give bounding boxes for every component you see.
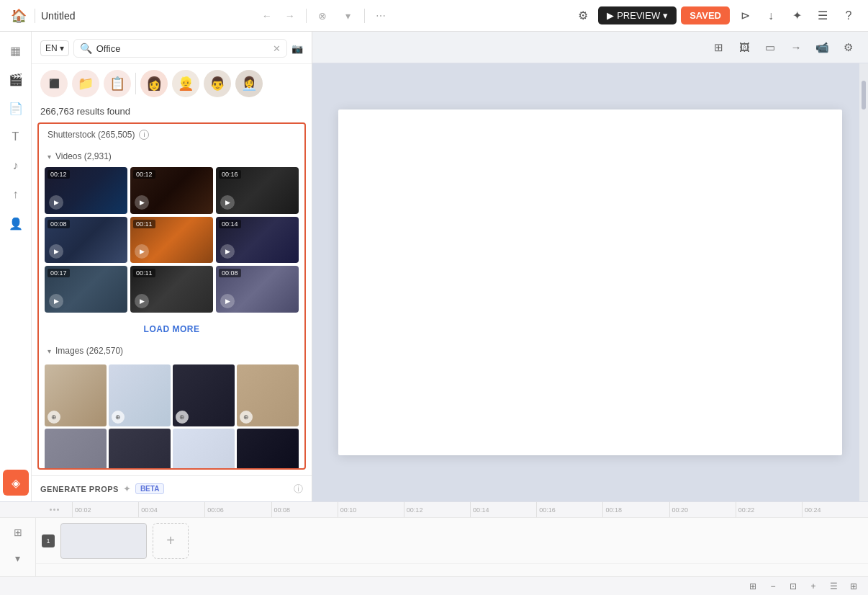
video-duration-6: 00:14 <box>219 220 241 228</box>
timeline-grid-btn[interactable]: ⊞ <box>744 578 761 595</box>
video-play-9[interactable]: ▶ <box>220 294 235 308</box>
filter-all[interactable]: ⬛ <box>40 70 68 97</box>
magic-icon[interactable]: ✦ <box>786 5 808 27</box>
sidebar-templates[interactable]: ▦ <box>3 37 29 63</box>
filter-person-4[interactable]: 👩‍💼 <box>235 70 263 97</box>
search-input[interactable] <box>96 43 268 54</box>
view-toggle-icon[interactable]: ☰ <box>812 5 833 27</box>
preview-chevron-icon: ▾ <box>663 10 668 21</box>
video-thumb-1[interactable]: 00:12 ▶ <box>45 167 127 214</box>
language-select[interactable]: EN ▾ <box>40 40 69 56</box>
sidebar-person[interactable]: 👤 <box>3 210 29 236</box>
video-thumb-4[interactable]: 00:08 ▶ <box>45 217 127 264</box>
add-clip-button[interactable]: + <box>153 523 189 559</box>
camera-search-icon[interactable]: 📷 <box>291 43 303 54</box>
timeline-zoom-in[interactable]: + <box>805 578 822 595</box>
image-zoom-2[interactable]: ⊕ <box>112 411 125 424</box>
home-button[interactable]: 🏠 <box>9 6 29 26</box>
video-thumb-8[interactable]: 00:11 ▶ <box>130 266 213 313</box>
load-more-button[interactable]: LOAD MORE <box>45 318 299 340</box>
settings-icon[interactable]: ⚙ <box>572 5 594 27</box>
video-play-1[interactable]: ▶ <box>49 195 63 210</box>
ruler-00:08: 00:08 <box>271 502 338 518</box>
divider-2 <box>364 9 365 23</box>
layers-dropdown[interactable]: ▾ <box>338 6 358 26</box>
video-play-8[interactable]: ▶ <box>135 294 149 308</box>
more-options-button[interactable]: ⋯ <box>371 6 391 26</box>
images-section-header[interactable]: ▾ Images (262,570) <box>45 340 299 362</box>
image-thumb-8[interactable]: ⊕ <box>237 429 299 470</box>
sidebar-brand[interactable]: ◈ <box>3 470 29 496</box>
generate-info-icon[interactable]: ⓘ <box>294 483 303 496</box>
canvas-main: ‹ <box>312 63 868 501</box>
ruler-00:22: 00:22 <box>736 502 802 518</box>
grid-view-icon[interactable]: ⊞ <box>707 36 730 59</box>
image-thumb-3[interactable]: ⊕ <box>173 364 235 426</box>
video-play-3[interactable]: ▶ <box>220 195 235 210</box>
help-icon[interactable]: ? <box>838 5 859 27</box>
search-icon: 🔍 <box>80 42 92 54</box>
timeline-list-view[interactable]: ☰ <box>825 578 842 595</box>
timeline-tile-view[interactable]: ⊞ <box>845 578 862 595</box>
timeline-fit[interactable]: ⊡ <box>785 578 802 595</box>
image-zoom-1[interactable]: ⊕ <box>48 411 60 424</box>
redo-button[interactable]: → <box>280 6 300 26</box>
clear-search-icon[interactable]: ✕ <box>273 43 281 54</box>
layers-button[interactable]: ⊗ <box>312 6 333 26</box>
timeline-zoom-out[interactable]: − <box>764 578 782 595</box>
filter-person-1[interactable]: 👩 <box>140 70 168 97</box>
ruler-00:02: 00:02 <box>72 502 138 518</box>
sidebar-text[interactable]: T <box>3 124 29 150</box>
image-thumb-2[interactable]: ⊕ <box>109 364 171 426</box>
image-zoom-3[interactable]: ⊕ <box>176 411 189 424</box>
topbar: 🏠 Untitled ← → ⊗ ▾ ⋯ ⚙ ▶ PREVIEW ▾ SAVED… <box>0 0 868 32</box>
timeline-area: 00:02 00:04 00:06 00:08 00:10 00:12 00:1… <box>0 501 868 595</box>
video-play-2[interactable]: ▶ <box>135 195 149 210</box>
image-thumb-7[interactable]: ⊕ <box>173 429 235 470</box>
image-thumb-1[interactable]: ⊕ <box>45 364 107 426</box>
image-thumb-5[interactable]: ⊕ <box>45 429 107 470</box>
video-icon[interactable]: 📹 <box>810 36 833 59</box>
image-thumb-4[interactable]: ⊕ <box>237 364 299 426</box>
video-thumb-6[interactable]: 00:14 ▶ <box>216 217 299 264</box>
sidebar-pages[interactable]: 📄 <box>3 95 29 121</box>
document-title[interactable]: Untitled <box>41 10 75 22</box>
filter-person-3[interactable]: 👨 <box>204 70 231 97</box>
download-icon[interactable]: ↓ <box>760 5 782 27</box>
image-icon[interactable]: 🖼 <box>733 36 756 59</box>
sidebar-media[interactable]: 🎬 <box>3 66 29 92</box>
canvas-settings-icon[interactable]: ⚙ <box>836 36 859 59</box>
drag-handle[interactable] <box>44 506 65 513</box>
filter-person-2[interactable]: 👱 <box>172 70 199 97</box>
generate-label: GENERATE PROPS <box>40 485 119 493</box>
saved-button[interactable]: SAVED <box>681 6 730 24</box>
ruler-00:04: 00:04 <box>138 502 204 518</box>
sidebar-upload[interactable]: ↑ <box>3 182 29 207</box>
results-count: 266,763 results found <box>32 103 312 122</box>
rect-icon[interactable]: ▭ <box>759 36 782 59</box>
track-clip[interactable] <box>60 523 147 559</box>
image-zoom-4[interactable]: ⊕ <box>240 411 253 424</box>
video-thumb-5[interactable]: 00:11 ▶ <box>130 217 213 264</box>
canvas-scrollbar[interactable] <box>859 63 868 501</box>
source-info-icon[interactable]: i <box>139 130 149 140</box>
canvas-page[interactable] <box>338 109 842 455</box>
generate-bar: GENERATE PROPS ✦ BETA ⓘ <box>32 475 312 501</box>
videos-section-header[interactable]: ▾ Videos (2,931) <box>45 146 299 167</box>
filter-folder[interactable]: 📁 <box>72 70 99 97</box>
filter-document[interactable]: 📋 <box>104 70 131 97</box>
video-play-7[interactable]: ▶ <box>49 294 63 308</box>
arrow-right-icon[interactable]: → <box>785 36 808 59</box>
video-thumb-2[interactable]: 00:12 ▶ <box>130 167 213 214</box>
scrollbar-thumb[interactable] <box>862 81 866 109</box>
undo-button[interactable]: ← <box>257 6 277 26</box>
share-icon[interactable]: ⊳ <box>734 5 756 27</box>
image-thumb-6[interactable]: ⊕ <box>109 429 171 470</box>
video-thumb-7[interactable]: 00:17 ▶ <box>45 266 127 313</box>
video-thumb-3[interactable]: 00:16 ▶ <box>216 167 299 214</box>
timeline-expand-icon[interactable]: ▾ <box>6 547 30 570</box>
sidebar-music[interactable]: ♪ <box>3 153 29 179</box>
preview-button[interactable]: ▶ PREVIEW ▾ <box>598 6 677 24</box>
video-thumb-9[interactable]: 00:08 ▶ <box>216 266 299 313</box>
timeline-grid-icon[interactable]: ⊞ <box>6 521 30 544</box>
